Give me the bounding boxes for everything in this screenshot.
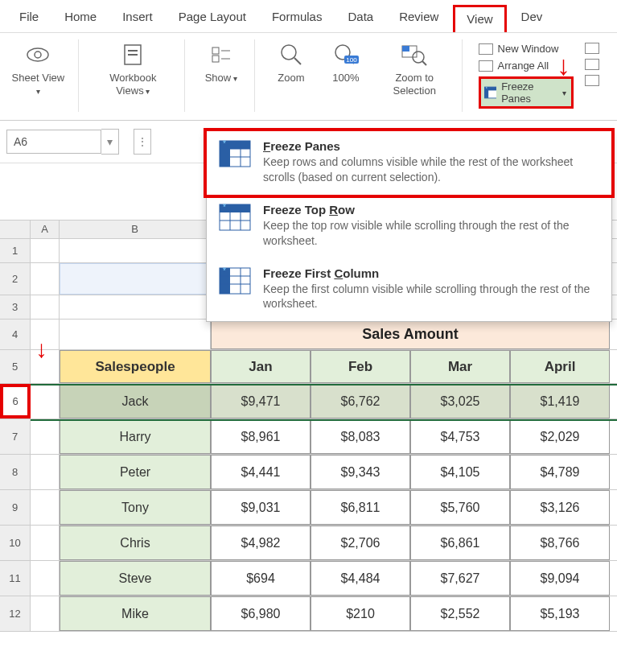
value-cell[interactable]: $6,861	[410, 526, 510, 560]
freeze-panes-button[interactable]: * Freeze Panes ▾	[475, 75, 577, 110]
tab-view[interactable]: View	[453, 5, 506, 32]
value-cell[interactable]: $3,025	[410, 384, 510, 418]
value-cell[interactable]: $4,441	[211, 455, 311, 489]
value-cell[interactable]: $694	[211, 561, 311, 596]
value-cell[interactable]: $4,105	[410, 455, 510, 489]
new-window-button[interactable]: New Window	[475, 41, 577, 56]
split-icon[interactable]	[585, 43, 599, 54]
month-header[interactable]: Feb	[311, 350, 410, 383]
cell[interactable]	[60, 295, 211, 319]
freeze-top-row-icon: *	[218, 203, 252, 249]
row-header[interactable]: 6	[0, 384, 31, 418]
cell[interactable]	[31, 263, 60, 295]
value-cell[interactable]: $8,083	[311, 419, 410, 454]
salesperson-cell[interactable]: Chris	[60, 526, 211, 560]
value-cell[interactable]: $9,471	[211, 384, 311, 418]
month-header[interactable]: Mar	[410, 350, 510, 383]
row-header[interactable]: 11	[0, 561, 31, 596]
cell[interactable]	[31, 350, 60, 383]
zoom-button[interactable]: Zoom	[268, 39, 315, 86]
row-header[interactable]: 1	[0, 239, 31, 262]
cell[interactable]	[31, 239, 60, 262]
tab-review[interactable]: Review	[388, 5, 450, 32]
salesperson-cell[interactable]: Tony	[60, 490, 211, 525]
value-cell[interactable]: $1,419	[510, 384, 610, 418]
cell[interactable]	[31, 526, 60, 560]
salesperson-cell[interactable]: Jack	[60, 384, 211, 418]
cell[interactable]	[60, 320, 211, 349]
name-box-dropdown[interactable]: ▾	[101, 129, 119, 155]
freeze-top-row-option[interactable]: * Freeze Top Row Keep the top row visibl…	[207, 195, 611, 258]
tab-home[interactable]: Home	[53, 5, 108, 32]
value-cell[interactable]: $4,753	[410, 419, 510, 454]
zoom-100-button[interactable]: 100 100%	[323, 39, 369, 86]
month-header[interactable]: April	[510, 350, 610, 383]
row-header[interactable]: 8	[0, 455, 31, 489]
sheet-view-button[interactable]: Sheet View	[8, 39, 68, 98]
cell[interactable]	[60, 239, 211, 262]
value-cell[interactable]: $6,980	[211, 596, 311, 631]
unhide-icon[interactable]	[585, 75, 599, 86]
value-cell[interactable]: $8,961	[211, 419, 311, 454]
value-cell[interactable]: $210	[311, 596, 410, 631]
cell[interactable]	[31, 384, 60, 418]
formula-bar-dropdown[interactable]: ⋮	[134, 129, 151, 155]
row-header[interactable]: 9	[0, 490, 31, 525]
value-cell[interactable]: $5,193	[510, 596, 610, 631]
select-all-corner[interactable]	[0, 221, 31, 238]
salespeople-header[interactable]: Salespeople	[60, 350, 211, 383]
value-cell[interactable]: $9,094	[510, 561, 610, 596]
salesperson-cell[interactable]: Steve	[60, 561, 211, 596]
cell[interactable]	[31, 419, 60, 454]
tab-developer[interactable]: Dev	[510, 5, 554, 32]
workbook-views-button[interactable]: Workbook Views	[92, 39, 175, 98]
salesperson-cell[interactable]: Mike	[60, 596, 211, 631]
sales-amount-title[interactable]: Sales Amount	[211, 320, 610, 349]
value-cell[interactable]: $2,029	[510, 419, 610, 454]
salesperson-cell[interactable]: Peter	[60, 455, 211, 489]
row-header[interactable]: 4	[0, 320, 31, 349]
value-cell[interactable]: $6,811	[311, 490, 410, 525]
value-cell[interactable]: $4,484	[311, 561, 410, 596]
tab-page-layout[interactable]: Page Layout	[167, 5, 257, 32]
cell[interactable]	[31, 320, 60, 349]
value-cell[interactable]: $6,762	[311, 384, 410, 418]
col-header-a[interactable]: A	[31, 221, 60, 238]
freeze-first-column-option[interactable]: * Freeze First Column Keep the first col…	[207, 258, 611, 322]
value-cell[interactable]: $5,760	[410, 490, 510, 525]
value-cell[interactable]: $7,627	[410, 561, 510, 596]
value-cell[interactable]: $9,343	[311, 455, 410, 489]
value-cell[interactable]: $4,982	[211, 526, 311, 560]
row-header[interactable]: 7	[0, 419, 31, 454]
row-header[interactable]: 3	[0, 295, 31, 319]
freeze-panes-option[interactable]: * Freeze Panes Keep rows and columns vis…	[204, 128, 615, 198]
cell[interactable]	[31, 455, 60, 489]
cell[interactable]	[31, 596, 60, 631]
value-cell[interactable]: $2,552	[410, 596, 510, 631]
salesperson-cell[interactable]: Harry	[60, 419, 211, 454]
cell[interactable]	[60, 263, 211, 295]
zoom-to-selection-button[interactable]: Zoom to Selection	[377, 39, 452, 98]
hide-icon[interactable]	[585, 59, 599, 70]
value-cell[interactable]: $3,126	[510, 490, 610, 525]
value-cell[interactable]: $9,031	[211, 490, 311, 525]
arrange-all-button[interactable]: Arrange All	[475, 58, 577, 73]
row-header[interactable]: 2	[0, 263, 31, 295]
row-header[interactable]: 5	[0, 350, 31, 383]
month-header[interactable]: Jan	[211, 350, 311, 383]
cell[interactable]	[31, 490, 60, 525]
tab-insert[interactable]: Insert	[111, 5, 164, 32]
row-header[interactable]: 10	[0, 526, 31, 560]
value-cell[interactable]: $4,789	[510, 455, 610, 489]
tab-data[interactable]: Data	[336, 5, 385, 32]
row-header[interactable]: 12	[0, 596, 31, 631]
name-box[interactable]: A6	[6, 130, 101, 154]
cell[interactable]	[31, 295, 60, 319]
col-header-b[interactable]: B	[60, 221, 211, 238]
tab-file[interactable]: File	[8, 5, 50, 32]
value-cell[interactable]: $2,706	[311, 526, 410, 560]
show-button[interactable]: Show	[198, 39, 245, 86]
value-cell[interactable]: $8,766	[510, 526, 610, 560]
tab-formulas[interactable]: Formulas	[261, 5, 334, 32]
cell[interactable]	[31, 561, 60, 596]
